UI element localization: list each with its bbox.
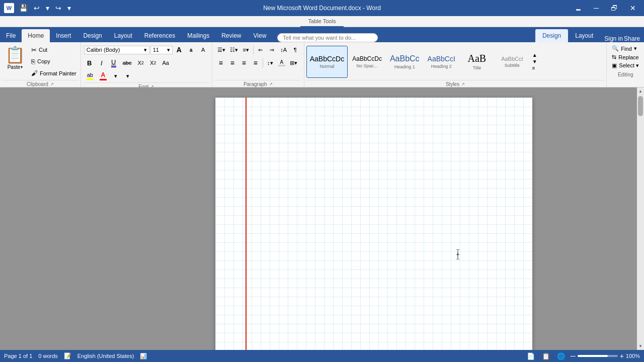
save-button[interactable]: 💾 [17,3,30,13]
case-button[interactable]: Aa [159,57,171,68]
doc-main[interactable] [111,87,637,350]
scroll-down-arrow[interactable]: ▼ [637,342,644,350]
vertical-scrollbar[interactable]: ▲ ▼ [637,87,644,350]
tab-view[interactable]: View [248,29,273,42]
increase-indent-button[interactable]: ⇒ [267,44,278,55]
paragraph-dialog-icon[interactable]: ↗ [269,82,273,86]
bold-button[interactable]: B [84,57,95,68]
close-button[interactable]: ✕ [626,0,640,16]
cut-button[interactable]: ✂ Cut [29,46,78,54]
tab-layout-table-tools[interactable]: Layout [568,29,600,42]
borders-button[interactable]: ⊞▾ [288,57,299,68]
title-bar-right: 🗕 ─ 🗗 ✕ [571,0,640,16]
numbering-button[interactable]: ☷▾ [228,44,240,55]
zoom-in-button[interactable]: + [620,352,624,360]
copy-button[interactable]: ⎘ Copy [29,57,78,66]
tell-me-input[interactable] [277,33,378,42]
subscript-button[interactable]: X2 [135,57,146,68]
tab-review[interactable]: Review [215,29,247,42]
restore-button[interactable]: 🗗 [607,0,622,16]
language[interactable]: English (United States) [77,353,134,359]
redo-button[interactable]: ↪ [53,3,63,13]
tab-references[interactable]: References [138,29,181,42]
zoom-out-button[interactable]: ─ [571,352,576,360]
justify-button[interactable]: ≡ [250,57,261,68]
paragraph-section: ☰▾ ☷▾ ≡▾ ⇐ ⇒ ↕A ¶ ≡ ≡ ≡ ≡ ↕▾ A ⊞▾ [212,42,304,87]
title-bar: W 💾 ↩ ▾ ↪ ▾ New Microsoft Word Document.… [0,0,644,16]
scroll-thumb[interactable] [638,96,643,116]
replace-button[interactable]: ⇆ Replace [609,53,642,61]
clipboard-section: 📋 Paste ▾ ✂ Cut ⎘ Copy 🖌 Format Painter [0,42,81,87]
print-layout-view[interactable]: 📄 [525,352,536,360]
align-center-button[interactable]: ≡ [227,57,238,68]
paste-button[interactable]: 📋 Paste ▾ [2,44,28,79]
minimize-button[interactable]: ─ [590,0,603,16]
styles-scroll-down[interactable]: ▼ [531,58,538,65]
align-right-button[interactable]: ≡ [238,57,250,68]
cut-icon: ✂ [31,46,37,54]
highlight-dropdown[interactable]: ▾ [110,70,121,81]
shading-button[interactable]: A [276,57,287,68]
strikethrough-button[interactable]: abc [120,57,134,68]
multilevel-button[interactable]: ≡▾ [240,44,252,55]
font-face-select[interactable]: Calibri (Body) ▾ [84,46,149,54]
more-quick-access[interactable]: ▾ [65,3,73,13]
ribbon-collapse-button[interactable]: 🗕 [571,0,586,16]
font-color-dropdown[interactable]: ▾ [122,70,133,81]
format-painter-button[interactable]: 🖌 Format Painter [29,69,78,77]
undo-dropdown[interactable]: ▾ [44,3,51,13]
tab-file[interactable]: File [0,29,22,42]
doc-sidebar-left [0,87,111,350]
para-row1: ☰▾ ☷▾ ≡▾ ⇐ ⇒ ↕A ¶ [215,44,301,55]
line-spacing-button[interactable]: ↕▾ [265,57,276,68]
styles-scroll-up[interactable]: ▲ [531,52,538,58]
table-tools-label: Table Tools [300,16,344,27]
undo-button[interactable]: ↩ [32,3,42,13]
sign-in-button[interactable]: Sign in [604,35,623,42]
align-left-button[interactable]: ≡ [215,57,226,68]
style-heading1[interactable]: AaBbCc Heading 1 [386,46,423,78]
superscript-button[interactable]: X2 [147,57,158,68]
clear-formatting-button[interactable]: A [198,44,209,55]
font-color-button[interactable]: A [97,70,109,81]
style-subtitle[interactable]: AaBbCcI Subtitle [495,46,529,78]
highlight-button[interactable]: ab [84,70,96,81]
find-button[interactable]: 🔍 Find ▾ [609,44,642,53]
share-button[interactable]: Share [624,35,640,42]
tab-design-table-tools[interactable]: Design [535,29,568,42]
bullets-button[interactable]: ☰▾ [215,44,227,55]
styles-more[interactable]: ≡ [531,65,538,71]
styles-dialog-icon[interactable]: ↗ [461,82,465,86]
decrease-indent-button[interactable]: ⇐ [255,44,266,55]
tab-insert[interactable]: Insert [50,29,77,42]
tab-mailings[interactable]: Mailings [181,29,215,42]
font-size-select[interactable]: 11 ▾ [150,46,173,54]
read-mode-view[interactable]: 📋 [540,352,551,360]
zoom-bar: ─ + 100% [571,352,640,360]
document-page[interactable] [215,98,532,350]
tab-home[interactable]: Home [22,29,50,42]
tab-design[interactable]: Design [77,29,108,42]
style-heading2[interactable]: AaBbCcI Heading 2 [424,46,459,78]
zoom-slider[interactable] [578,355,618,357]
web-layout-view[interactable]: 🌐 [555,352,567,360]
show-hide-button[interactable]: ¶ [290,44,301,55]
style-title[interactable]: AaB Title [460,46,494,78]
sort-button[interactable]: ↕A [278,44,289,55]
para-row2: ≡ ≡ ≡ ≡ ↕▾ A ⊞▾ [215,57,299,68]
underline-button[interactable]: U [108,57,119,68]
sign-share-area: Sign in Share [600,35,644,42]
scroll-up-arrow[interactable]: ▲ [637,87,644,95]
style-no-spacing[interactable]: AaBbCcDc No Spac... [349,46,385,78]
grow-font-button[interactable]: A [174,44,185,55]
style-normal[interactable]: AaBbCcDc Normal [306,46,348,78]
italic-button[interactable]: I [96,57,107,68]
tab-layout[interactable]: Layout [108,29,138,42]
proofing-icon[interactable]: 📊 [140,353,147,359]
shrink-font-button[interactable]: a [186,44,197,55]
document-area: ▲ ▼ [0,87,644,350]
zoom-level[interactable]: 100% [626,353,640,359]
select-button[interactable]: ▣ Select ▾ [609,61,642,70]
clipboard-dialog-icon[interactable]: ↗ [50,82,54,86]
spell-check-icon[interactable]: 📝 [64,352,71,359]
